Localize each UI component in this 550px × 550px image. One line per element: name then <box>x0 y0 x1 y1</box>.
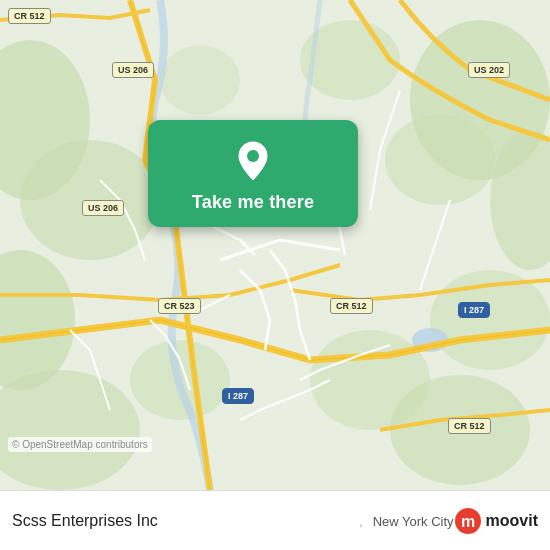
business-name: Scss Enterprises Inc <box>12 512 355 530</box>
location-pin-icon <box>231 138 275 182</box>
map-view: CR 512 US 206 US 202 US 206 CR 523 CR 51… <box>0 0 550 490</box>
road-badge-us206-upper: US 206 <box>112 62 154 78</box>
road-badge-us202: US 202 <box>468 62 510 78</box>
moovit-brand-icon: m <box>454 507 482 535</box>
road-badge-i287-right: I 287 <box>458 302 490 318</box>
take-me-there-label: Take me there <box>192 192 314 213</box>
bottom-bar: Scss Enterprises Inc , New York City m m… <box>0 490 550 550</box>
road-badge-cr512-bottom: CR 512 <box>448 418 491 434</box>
road-badge-i287-lower: I 287 <box>222 388 254 404</box>
moovit-logo[interactable]: m moovit <box>454 507 538 535</box>
copyright-text: © OpenStreetMap contributors <box>8 437 152 452</box>
road-badge-cr512-mid: CR 512 <box>330 298 373 314</box>
svg-point-16 <box>247 150 259 162</box>
svg-point-12 <box>385 115 495 205</box>
take-me-there-card[interactable]: Take me there <box>148 120 358 227</box>
moovit-text: moovit <box>486 512 538 530</box>
location-label: New York City <box>373 514 454 529</box>
svg-point-13 <box>160 45 240 115</box>
svg-text:m: m <box>460 513 474 530</box>
road-badge-us206-lower: US 206 <box>82 200 124 216</box>
road-badge-cr512-top: CR 512 <box>8 8 51 24</box>
road-badge-cr523: CR 523 <box>158 298 201 314</box>
